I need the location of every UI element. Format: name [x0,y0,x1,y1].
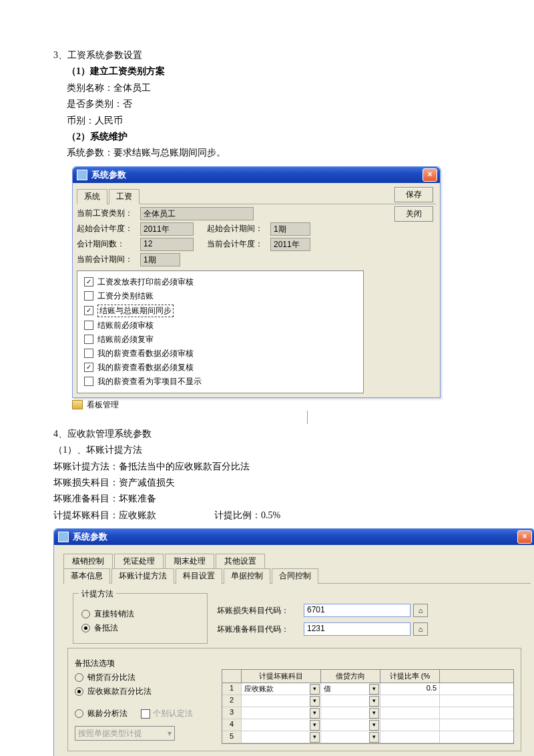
provision-table[interactable]: 计提坏账科目 借贷方向 计提比率 (% 1 应收账款▾ 借▾ 0.5 [222,669,514,744]
kanban-label: 看板管理 [87,399,119,411]
field-start-period: 1期 [270,222,310,236]
tab-baddebt-method[interactable]: 坏账计提方法 [111,568,174,584]
check-label: 结账前必须复审 [97,334,154,345]
chevron-down-icon[interactable]: ▾ [369,684,379,695]
check-row[interactable]: 工资发放表打印前必须审核 [84,275,356,289]
folder-icon [72,400,83,409]
reserve-line: 坏账准备科目：坏账准备 [53,492,494,506]
field-period-count: 12 [140,238,194,251]
titlebar[interactable]: 系统参数 × [54,529,534,545]
close-button[interactable]: 关闭 [394,206,433,222]
th-direction: 借贷方向 [321,670,380,683]
check-row[interactable]: 工资分类别结账 [84,289,356,303]
checkbox-icon[interactable] [84,335,93,344]
checkbox-icon[interactable] [84,363,93,372]
label-period-count: 会计期间数： [77,238,140,250]
divider [307,411,494,424]
check-row[interactable]: 结账前必须审核 [84,319,356,333]
tab-salary[interactable]: 工资 [109,189,140,204]
chevron-down-icon[interactable]: ▾ [310,732,320,743]
sysparam-text: 系统参数：要求结账与总账期间同步。 [67,146,494,160]
tab-system[interactable]: 系统 [77,189,107,204]
checkbox-icon[interactable] [84,277,93,287]
tab-subject[interactable]: 科目设置 [176,568,222,584]
window-title: 系统参数 [91,169,423,181]
dropdown-by-doctype: 按照单据类型计提 ▾ [75,726,175,741]
th-rate: 计提比率 (% [380,670,440,683]
field-current-category: 全体员工 [140,207,254,220]
input-reserve-code[interactable]: 1231 [304,622,411,636]
label-current-period: 当前会计期间： [77,254,140,265]
multi-category: 是否多类别：否 [67,97,494,112]
kanban-item[interactable]: 看板管理 [72,399,494,411]
tab-period-end[interactable]: 期末处理 [165,554,214,568]
method-legend: 计提方法 [79,588,116,600]
radio-icon[interactable] [75,673,83,682]
backup-legend: 备抵法选项 [75,658,514,669]
titlebar[interactable]: 系统参数 × [73,167,440,183]
radio-ar-pct[interactable]: 应收账款百分比法 [75,686,222,697]
checkbox-icon[interactable] [84,377,93,386]
system-param-window2: 系统参数 × 核销控制 凭证处理 期末处理 其他设置 基本信息 坏账计提方法 科… [53,528,534,756]
app-icon [58,532,69,542]
checkbox-icon[interactable] [84,321,93,330]
label-start-year: 起始会计年度： [77,223,140,234]
check-row[interactable]: 我的薪资查看数据必须审核 [84,347,356,361]
chevron-down-icon[interactable]: ▾ [310,708,320,719]
table-row[interactable]: 2 ▾ ▾ [222,695,513,707]
checkbox-icon[interactable] [84,349,93,358]
tab-doc-control[interactable]: 单据控制 [224,568,270,584]
method-line: 坏账计提方法：备抵法当中的应收账款百分比法 [53,459,494,474]
radio-icon[interactable] [81,610,90,618]
radio-aging[interactable]: 账龄分析法 个别认定法 [75,708,222,719]
label-current-year: 当前会计年度： [207,238,270,250]
table-row[interactable]: 4 ▾ ▾ [222,719,513,731]
chevron-down-icon[interactable]: ▾ [369,732,379,743]
check-row[interactable]: 结账前必须复审 [84,333,356,347]
lookup-icon[interactable]: ⌂ [413,604,428,617]
section4-1: （1）、坏账计提方法 [53,443,494,457]
chevron-down-icon[interactable]: ▾ [369,720,379,731]
tab-basic[interactable]: 基本信息 [63,568,110,584]
method-group: 计提方法 直接转销法 备抵法 [73,593,208,644]
radio-icon[interactable] [75,709,83,718]
radio-icon[interactable] [81,624,90,632]
check-row[interactable]: 结账与总账期间同步 [84,303,356,319]
checkbox-icon[interactable] [84,306,93,315]
chevron-down-icon[interactable]: ▾ [310,696,320,707]
label-individual: 个别认定法 [153,708,193,719]
tab-other[interactable]: 其他设置 [216,554,265,568]
tab-contract[interactable]: 合同控制 [272,568,318,584]
lookup-icon[interactable]: ⌂ [413,622,428,636]
radio-allowance[interactable]: 备抵法 [81,622,199,634]
radio-icon[interactable] [75,687,83,696]
input-loss-code[interactable]: 6701 [304,604,411,617]
checkbox-icon [141,709,150,719]
radio-direct[interactable]: 直接转销法 [81,608,199,620]
chevron-down-icon[interactable]: ▾ [310,720,320,731]
table-row[interactable]: 3 ▾ ▾ [222,707,513,719]
check-label: 结账前必须审核 [97,320,154,331]
table-row[interactable]: 1 应收账款▾ 借▾ 0.5 [222,683,513,695]
checkbox-icon[interactable] [84,291,93,301]
save-button[interactable]: 保存 [394,187,433,202]
check-label: 我的薪资查看为零项目不显示 [97,376,202,387]
currency: 币别：人民币 [67,114,494,128]
chevron-down-icon[interactable]: ▾ [310,684,320,695]
section3-title: 3、工资系统参数设置 [53,48,494,63]
table-row[interactable]: 5 ▾ ▾ [222,731,513,743]
check-row[interactable]: 我的薪资查看数据必须复核 [84,361,356,375]
radio-sales-pct[interactable]: 销货百分比法 [75,672,222,683]
check-row[interactable]: 我的薪资查看为零项目不显示 [84,375,356,389]
section4-title: 4、应收款管理系统参数 [53,427,494,441]
close-icon[interactable]: × [517,530,532,544]
chevron-down-icon[interactable]: ▾ [369,708,379,719]
close-icon[interactable]: × [423,168,437,182]
chevron-down-icon[interactable]: ▾ [369,696,379,707]
tab-hexiao[interactable]: 核销控制 [63,554,113,568]
section3-2: （2）系统维护 [67,130,494,144]
check-label: 我的薪资查看数据必须复核 [97,362,194,373]
label-current-category: 当前工资类别： [77,208,140,219]
check-label: 结账与总账期间同步 [97,305,174,317]
tab-voucher[interactable]: 凭证处理 [114,554,164,568]
